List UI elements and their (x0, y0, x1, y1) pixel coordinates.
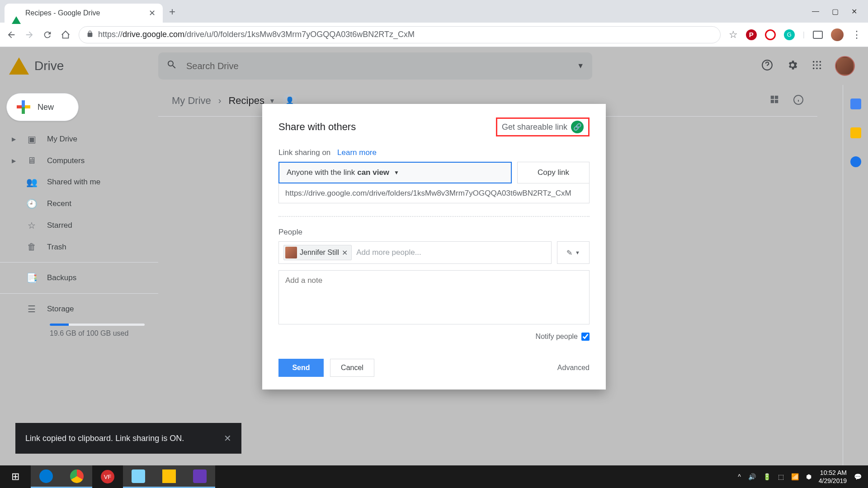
sidebar-item-recent[interactable]: ▶🕘Recent (0, 193, 158, 215)
pinterest-ext-icon[interactable]: P (746, 29, 757, 40)
dialog-title: Share with others (278, 121, 356, 133)
my-drive-icon: ▣ (26, 134, 37, 145)
settings-gear-icon[interactable] (787, 59, 798, 73)
plus-icon (17, 100, 30, 114)
link-permission-select[interactable]: Anyone with the link can view ▼ (278, 162, 512, 183)
remove-person-icon[interactable]: ✕ (342, 249, 348, 257)
browser-tab[interactable]: Recipes - Google Drive ✕ (5, 4, 163, 23)
details-icon[interactable] (793, 94, 804, 107)
send-button[interactable]: Send (278, 359, 324, 377)
storage-text: 19.6 GB of 100 GB used (50, 329, 158, 338)
svg-point-5 (816, 64, 818, 66)
maximize-icon[interactable]: ▢ (832, 7, 839, 16)
pencil-icon: ✎ (566, 249, 572, 257)
add-more-placeholder: Add more people... (356, 248, 421, 257)
profile-avatar[interactable] (831, 28, 844, 41)
svg-point-8 (816, 68, 818, 70)
note-textarea[interactable] (278, 270, 590, 324)
user-avatar[interactable] (835, 56, 854, 75)
search-dropdown-icon[interactable]: ▼ (577, 62, 584, 70)
tab-close-icon[interactable]: ✕ (149, 8, 156, 18)
permission-dropdown-button[interactable]: ✎ ▼ (557, 241, 590, 264)
taskbar-app[interactable] (31, 465, 61, 488)
drive-logo[interactable]: Drive (9, 57, 158, 75)
svg-rect-12 (771, 99, 774, 103)
tray-up-icon[interactable]: ^ (738, 473, 741, 480)
sidebar-item-my-drive[interactable]: ▶▣My Drive (0, 128, 158, 150)
apps-grid-icon[interactable] (812, 60, 822, 72)
svg-point-2 (816, 61, 818, 63)
cancel-button[interactable]: Cancel (330, 359, 374, 377)
address-bar[interactable]: https://drive.google.com/drive/u/0/folde… (79, 26, 721, 43)
computers-icon: 🖥 (26, 155, 37, 166)
browser-tab-strip: Recipes - Google Drive ✕ + — ▢ ✕ (0, 0, 868, 23)
new-tab-button[interactable]: + (169, 5, 175, 18)
windows-taskbar: ⊞ VF ^ 🔊 🔋 ⬚ 📶 ⬢ 10:52 AM 4/29/2019 💬 (0, 465, 868, 488)
shared-icon: 👥 (26, 177, 37, 188)
separator (0, 293, 158, 294)
sidebar-item-starred[interactable]: ▶☆Starred (0, 215, 158, 236)
people-input[interactable]: Jennifer Still ✕ Add more people... (278, 241, 552, 264)
get-shareable-link-button[interactable]: Get shareable link 🔗 (496, 117, 590, 136)
extension-icon[interactable] (765, 29, 776, 40)
sidebar-item-shared[interactable]: ▶👥Shared with me (0, 171, 158, 193)
starred-icon: ☆ (26, 220, 37, 231)
lock-icon (86, 30, 94, 39)
taskbar-app[interactable]: VF (92, 465, 123, 488)
home-icon[interactable] (61, 30, 71, 40)
sidebar-item-trash[interactable]: ▶🗑Trash (0, 236, 158, 258)
notify-checkbox[interactable] (581, 333, 590, 341)
grammarly-ext-icon[interactable]: G (784, 29, 795, 40)
tasks-rail-icon[interactable] (850, 156, 861, 167)
toast-close-icon[interactable]: ✕ (224, 433, 231, 444)
folder-dropdown-icon[interactable]: ▼ (269, 97, 275, 104)
separator (0, 262, 158, 263)
sidebar-item-backups[interactable]: ▶📑Backups (0, 267, 158, 289)
people-label: People (278, 228, 590, 237)
browser-menu-icon[interactable]: ⋮ (852, 29, 862, 41)
tray-volume-icon[interactable]: 🔊 (748, 473, 756, 480)
notify-label: Notify people (536, 333, 578, 341)
share-url-field[interactable]: https://drive.google.com/drive/folders/1… (278, 183, 590, 203)
reload-icon[interactable] (42, 30, 52, 40)
keep-rail-icon[interactable] (850, 127, 861, 138)
tray-notification-icon[interactable]: 💬 (854, 473, 862, 480)
tray-battery-icon[interactable]: 🔋 (763, 473, 771, 480)
chevron-right-icon: › (218, 95, 222, 106)
taskbar-app[interactable] (184, 465, 215, 488)
tray-dropbox-icon[interactable]: ⬚ (778, 473, 784, 480)
breadcrumb-root[interactable]: My Drive (172, 95, 211, 107)
help-icon[interactable] (761, 59, 773, 73)
advanced-link[interactable]: Advanced (557, 364, 590, 372)
sidebar-item-storage[interactable]: ▶☰Storage (0, 298, 158, 320)
tray-app-icon[interactable]: ⬢ (806, 473, 811, 480)
back-icon[interactable] (6, 30, 16, 40)
grid-view-icon[interactable] (769, 94, 779, 107)
svg-point-4 (813, 64, 815, 66)
system-clock[interactable]: 10:52 AM 4/29/2019 (819, 469, 847, 485)
drive-header: Drive ▼ (0, 47, 868, 85)
new-button[interactable]: New (6, 93, 79, 121)
new-button-label: New (38, 103, 54, 112)
search-icon (166, 59, 177, 73)
cast-icon[interactable] (813, 31, 823, 39)
start-button[interactable]: ⊞ (0, 465, 31, 488)
taskbar-chrome[interactable] (61, 465, 92, 488)
calendar-rail-icon[interactable] (850, 99, 861, 109)
toast-text: Link copied to clipboard. Link sharing i… (25, 434, 184, 443)
learn-more-link[interactable]: Learn more (337, 148, 377, 157)
svg-point-9 (820, 68, 821, 70)
breadcrumb-current[interactable]: Recipes (228, 95, 264, 107)
taskbar-app[interactable] (154, 465, 184, 488)
tray-wifi-icon[interactable]: 📶 (791, 473, 799, 480)
close-window-icon[interactable]: ✕ (851, 7, 857, 16)
search-box[interactable]: ▼ (158, 52, 592, 80)
minimize-icon[interactable]: — (812, 7, 819, 15)
svg-point-7 (813, 68, 815, 70)
copy-link-button[interactable]: Copy link (517, 162, 590, 183)
sidebar-item-computers[interactable]: ▶🖥Computers (0, 150, 158, 171)
taskbar-app[interactable] (123, 465, 154, 488)
bookmark-star-icon[interactable]: ☆ (729, 29, 738, 41)
storage-bar (50, 324, 145, 326)
search-input[interactable] (186, 61, 568, 71)
